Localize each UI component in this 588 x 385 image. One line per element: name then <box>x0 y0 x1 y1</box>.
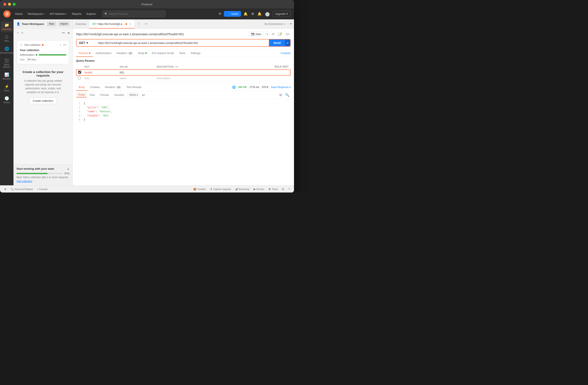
create-collection-button[interactable]: Create collection <box>29 98 57 104</box>
traffic-light-fullscreen[interactable] <box>13 3 16 6</box>
format-pretty-button[interactable]: Pretty <box>76 92 87 98</box>
req-tab-params[interactable]: Params <box>76 49 93 57</box>
new-button[interactable]: New <box>47 21 56 26</box>
capture-requests-button[interactable]: ⬆ Capture requests <box>209 187 233 191</box>
tab-add-button[interactable]: ＋ <box>135 20 143 28</box>
code-icon[interactable]: </> <box>285 32 291 37</box>
env-eye-button[interactable]: 👁 <box>288 20 294 28</box>
tab-more-button[interactable]: ••• <box>143 20 149 28</box>
settings-icon[interactable]: ⚙ <box>250 11 255 17</box>
tab-close-icon[interactable]: ✕ <box>129 22 131 25</box>
team-collapse-icon[interactable]: ▲ <box>67 167 69 170</box>
search-input[interactable] <box>109 12 163 15</box>
nav-workspaces[interactable]: Workspaces ▾ <box>25 11 47 17</box>
param-value-empty[interactable]: Value <box>118 75 155 81</box>
help-button[interactable]: ? <box>287 187 292 191</box>
nav-explore[interactable]: Explore <box>84 11 98 17</box>
tab-overview[interactable]: Overview <box>73 20 89 28</box>
param-checkbox[interactable] <box>78 71 81 74</box>
wrap-text-icon[interactable]: ⇄ <box>141 92 146 98</box>
nav-api-network[interactable]: API Network ▾ <box>47 11 69 17</box>
traffic-light-close[interactable] <box>3 3 6 6</box>
eye-icon: 👁 <box>290 22 292 25</box>
format-preview-button[interactable]: Preview <box>98 93 111 97</box>
description-more-icon[interactable]: ••• <box>175 65 178 68</box>
cookies-link[interactable]: Cookies <box>281 52 291 55</box>
search-response-icon[interactable]: 🔍 <box>284 92 291 98</box>
format-visualize-button[interactable]: Visualize <box>112 93 126 97</box>
import-button[interactable]: Import <box>59 21 69 26</box>
collection-more-icon[interactable]: ••• <box>63 43 66 47</box>
resp-tab-cookies[interactable]: Cookies <box>87 83 103 91</box>
more-options-icon[interactable]: ••• <box>61 30 65 35</box>
resp-tab-body[interactable]: Body <box>76 83 87 91</box>
collection-add-icon[interactable]: ＋ <box>59 43 62 47</box>
req-tab-tests[interactable]: Tests <box>177 49 188 57</box>
edit-icon[interactable]: ✏ <box>271 31 275 37</box>
note-icon[interactable]: 📝 <box>277 31 283 37</box>
req-tab-settings[interactable]: Settings <box>188 49 203 57</box>
nav-home[interactable]: Home <box>13 11 25 17</box>
resp-tab-test-results[interactable]: Test Results <box>124 83 144 91</box>
param-value-cell[interactable]: 001 <box>118 70 155 75</box>
param-desc-cell[interactable] <box>155 70 235 75</box>
send-button[interactable]: Send <box>269 40 285 46</box>
save-button[interactable]: 💾 Save <box>249 31 263 37</box>
sort-icon[interactable]: ≡ <box>21 30 24 35</box>
url-input[interactable] <box>97 40 267 46</box>
sidebar-item-flows[interactable]: ⚡ Flows <box>1 82 13 94</box>
save-caret-button[interactable]: ▾ <box>265 32 269 37</box>
sync-icon[interactable]: ⟳ <box>218 11 222 17</box>
trash-button[interactable]: 🗑 Trash <box>267 187 280 191</box>
bulk-edit-button[interactable]: Bulk Edit <box>274 65 289 68</box>
status-ok: 200 OK <box>238 86 247 89</box>
param-key-empty[interactable]: Key <box>83 75 118 81</box>
upgrade-arrow-icon: ▾ <box>286 12 288 15</box>
sidebar-item-mock-servers[interactable]: ⬛ Mock Servers <box>1 57 13 70</box>
sidebar-item-environments[interactable]: 🌐 Environments <box>1 45 13 56</box>
param-empty-checkbox[interactable] <box>78 76 81 79</box>
profile-icon[interactable]: ⬤ <box>264 11 271 17</box>
sidebar-item-monitors[interactable]: 📊 Monitors <box>1 71 13 82</box>
sidebar-item-history[interactable]: 🕐 History <box>1 94 13 105</box>
bootcamp-button[interactable]: 🏕 Bootcamp <box>234 187 251 191</box>
add-item-icon[interactable]: ＋ <box>16 30 20 35</box>
invite-button[interactable]: 👥 Invite <box>224 11 241 17</box>
tab-request[interactable]: GET https://6o7nxmk3g5.e... ✕ <box>89 20 135 28</box>
param-key-cell[interactable]: foodId <box>83 70 118 75</box>
copy-icon[interactable]: ⧉ <box>278 92 283 98</box>
req-tab-headers[interactable]: Headers (8) <box>114 49 136 57</box>
console-button[interactable]: ▪ Console <box>36 187 49 191</box>
req-tab-body[interactable]: Body <box>136 49 149 57</box>
nav-reports[interactable]: Reports <box>70 11 84 17</box>
grid-button[interactable]: ⊞ <box>280 187 286 191</box>
type-select[interactable]: API Key <box>26 58 37 61</box>
environment-selector[interactable]: No Environment ▾ <box>262 20 288 28</box>
code-line-4: "foodId": "001" <box>84 114 291 118</box>
history-icon: 🕐 <box>4 96 9 101</box>
sidebar-item-apis[interactable]: ⬡ APIs <box>1 33 13 44</box>
save-response-button[interactable]: Save Response ▾ <box>271 86 291 89</box>
notification-icon[interactable]: 🔔 <box>257 11 263 17</box>
method-selector[interactable]: GET ▾ <box>76 40 95 46</box>
postman-logo[interactable] <box>3 10 11 18</box>
cookie-icon[interactable]: 🔔 <box>243 11 249 17</box>
traffic-light-minimize[interactable] <box>8 3 11 6</box>
send-caret-button[interactable]: ▾ <box>285 40 290 46</box>
add-collection-link[interactable]: Add collection <box>17 180 32 183</box>
format-arrow-icon: ▾ <box>137 94 138 97</box>
format-selector[interactable]: JSON ▾ <box>127 93 140 97</box>
collapse-sidebar-icon[interactable]: ◀ <box>66 30 70 35</box>
layout-toggle-button[interactable]: ⊞ <box>2 187 8 191</box>
resp-tab-headers[interactable]: Headers (8) <box>103 83 124 91</box>
find-replace-button[interactable]: 🔍 Find and Replace <box>9 187 35 191</box>
req-tab-authorization[interactable]: Authorization <box>93 49 114 57</box>
upgrade-button[interactable]: Upgrade ▾ <box>272 11 291 17</box>
runner-button[interactable]: ▶ Runner <box>252 187 266 191</box>
sidebar-item-collections[interactable]: 📁 Collections <box>1 21 13 32</box>
search-bar[interactable]: 🔍 <box>102 11 166 17</box>
format-raw-button[interactable]: Raw <box>88 93 97 97</box>
param-desc-empty[interactable]: Description <box>155 75 235 81</box>
req-tab-pre-request[interactable]: Pre-request Script <box>149 49 177 57</box>
cookies-bottom-button[interactable]: 🍪 Cookies <box>191 187 208 191</box>
